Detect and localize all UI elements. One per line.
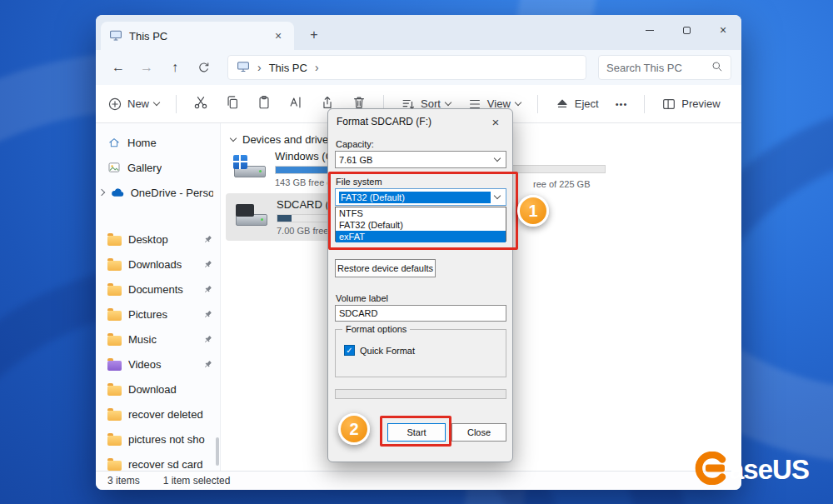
toolbar-divider [176,95,177,113]
folder-icon [107,261,122,271]
sidebar-item-label: Music [128,333,157,346]
volume-label-input[interactable] [335,305,506,322]
toolbar-divider [644,95,645,113]
rename-button[interactable] [288,95,303,112]
tab-close-icon[interactable]: × [271,29,286,42]
window-controls: × [631,15,741,45]
capacity-value: 7.61 GB [339,155,491,165]
chevron-right-icon [98,189,105,196]
easeus-mark-icon [695,452,728,488]
search-input[interactable]: Search This PC [598,55,731,80]
sidebar-item-label: OneDrive - Perso [131,187,213,199]
quick-format-option[interactable]: ✓ Quick Format [344,345,415,356]
pin-icon [202,284,213,295]
sidebar-item-videos[interactable]: Videos [96,352,220,377]
eject-button[interactable]: Eject [555,97,599,112]
sidebar-item-label: Gallery [127,162,162,174]
section-title: Devices and drives [242,133,334,146]
checkbox-checked-icon[interactable]: ✓ [344,345,355,356]
close-button[interactable]: × [705,15,741,45]
step-1-badge: 1 [517,195,549,227]
new-button[interactable]: New [107,97,159,112]
dialog-title-bar[interactable]: Format SDCARD (F:) × [328,109,512,134]
close-dialog-button[interactable]: Close [451,423,506,442]
copy-button[interactable] [225,95,240,112]
section-devices-and-drives[interactable]: Devices and drives [231,133,334,146]
folder-icon [107,436,122,446]
sidebar-item-label: Home [127,137,157,149]
sidebar-scrollbar[interactable] [216,437,219,466]
sidebar-item-gallery[interactable]: Gallery [96,155,220,180]
navigation-bar: ← → ↑ › This PC › Search This PC [96,50,741,85]
sidebar-item-documents[interactable]: Documents [96,277,220,302]
restore-defaults-button[interactable]: Restore device defaults [335,259,436,277]
breadcrumb-location[interactable]: This PC [269,62,307,74]
pin-icon [202,259,213,270]
tab-strip: This PC × + × [96,15,741,50]
annotation-box-start [380,416,451,447]
close-label: Close [467,427,491,437]
toolbar-divider [537,95,538,113]
status-bar: 3 items 1 item selected [96,471,741,490]
sidebar-item-label: Downloads [128,258,182,271]
dialog-close-icon[interactable]: × [487,115,504,129]
folder-icon [107,411,122,421]
chevron-down-icon [515,99,521,106]
chevron-down-icon [153,99,160,106]
chevron-right-icon: › [257,61,262,74]
preview-label: Preview [681,97,720,110]
selection-count: 1 item selected [163,475,231,487]
this-pc-icon [109,28,122,44]
desktop: This PC × + × ← → ↑ › This PC [0,0,833,504]
sidebar-item-recover-sd-card[interactable]: recover sd card [96,452,220,471]
tab-title: This PC [129,30,167,42]
eject-label: Eject [575,97,599,110]
chevron-right-icon: › [315,61,319,74]
sidebar-item-pictures-not-show[interactable]: pictures not sho [96,427,220,452]
sidebar-item-label: recover sd card [128,458,203,471]
sidebar-item-downloads[interactable]: Downloads [96,252,220,277]
forward-button[interactable]: → [134,55,159,80]
sidebar-item-label: Download [128,383,177,396]
dialog-title: Format SDCARD (F:) [337,116,431,127]
paste-button[interactable] [257,95,272,112]
annotation-box-filesystem [328,172,518,250]
easeus-wordmark: aseUS [729,454,809,486]
pin-icon [202,234,213,245]
folder-icon [107,311,122,321]
cut-button[interactable] [193,95,208,112]
format-progress-bar [335,389,506,399]
up-button[interactable]: ↑ [162,55,187,80]
chevron-down-icon [230,135,237,142]
pin-icon [202,359,213,370]
folder-icon [107,236,122,246]
sidebar-item-onedrive[interactable]: OneDrive - Perso [96,180,220,205]
drive-free-space: ree of 225 GB [533,179,591,189]
format-options-label: Format options [342,324,410,334]
sdcard-drive-icon [234,203,269,232]
sidebar-item-pictures[interactable]: Pictures [96,302,220,327]
capacity-dropdown[interactable]: 7.61 GB [335,151,506,168]
more-options-icon[interactable]: ••• [616,99,628,109]
new-tab-button[interactable]: + [302,23,326,47]
sidebar-item-download[interactable]: Download [96,377,220,402]
minimize-icon [646,30,654,31]
preview-button[interactable]: Preview [661,97,720,112]
quick-format-label: Quick Format [360,346,415,356]
format-options-group: Format options ✓ Quick Format [335,329,506,377]
step-2-badge: 2 [338,413,370,445]
pin-icon [202,309,213,320]
search-placeholder: Search This PC [606,62,682,74]
sidebar-item-desktop[interactable]: Desktop [96,227,220,252]
minimize-button[interactable] [631,15,668,45]
capacity-label: Capacity: [336,139,374,149]
breadcrumb[interactable]: › This PC › [227,55,586,80]
back-button[interactable]: ← [106,55,131,80]
refresh-button[interactable] [191,55,216,80]
sidebar-item-home[interactable]: Home [96,130,220,155]
tab-this-pc[interactable]: This PC × [101,22,294,50]
sidebar-item-recover-deleted[interactable]: recover deleted [96,402,220,427]
sidebar-item-music[interactable]: Music [96,327,220,352]
this-pc-icon [237,60,250,75]
maximize-button[interactable] [668,15,705,45]
